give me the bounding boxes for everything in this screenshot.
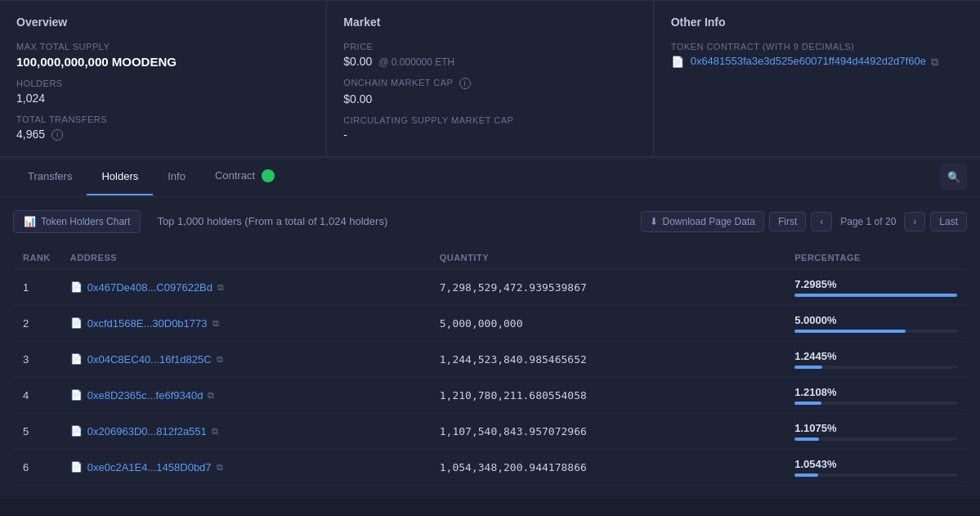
col-address: Address — [60, 246, 430, 270]
chart-button[interactable]: 📊 Token Holders Chart — [13, 210, 141, 233]
onchain-cap-label: ONCHAIN MARKET CAP i — [343, 78, 636, 89]
address-cell: 📄 0x467De408...C097622Bd ⧉ — [60, 269, 430, 305]
doc-icon: 📄 — [70, 281, 83, 293]
table-toolbar: 📊 Token Holders Chart Top 1,000 holders … — [13, 210, 967, 233]
market-card: Market PRICE $0.00 @ 0.000000 ETH ONCHAI… — [326, 0, 653, 157]
last-page-button[interactable]: Last — [930, 212, 967, 231]
col-rank: Rank — [13, 246, 60, 270]
onchain-cap-info-icon[interactable]: i — [459, 78, 471, 89]
address-link[interactable]: 0xcfd1568E...30D0b1773 — [87, 317, 208, 330]
quantity-cell: 1,244,523,840.985465652 — [430, 341, 785, 377]
percentage-cell: 1.1075% — [785, 413, 967, 449]
rank-cell: 5 — [13, 413, 60, 449]
price-label: PRICE — [343, 42, 636, 52]
download-page-data-button[interactable]: ⬇ Download Page Data — [641, 211, 764, 232]
circ-cap-label: CIRCULATING SUPPLY MARKET CAP — [343, 115, 636, 125]
address-link[interactable]: 0x04C8EC40...16f1d825C — [87, 353, 212, 366]
address-link[interactable]: 0xe0c2A1E4...1458D0bd7 — [87, 461, 212, 473]
contract-label: TOKEN CONTRACT (WITH 9 DECIMALS) — [671, 42, 964, 52]
contract-address-row: 📄 0x6481553fa3e3d525e60071ff494d4492d2d7… — [671, 55, 964, 67]
copy-icon[interactable]: ⧉ — [213, 318, 219, 329]
percentage-cell: 1.0543% — [785, 449, 967, 485]
address-link[interactable]: 0x467De408...C097622Bd — [87, 281, 213, 294]
percentage-cell: 1.2445% — [785, 341, 967, 377]
percentage-cell: 7.2985% — [785, 269, 967, 305]
tab-contract[interactable]: Contract — [200, 158, 289, 196]
percentage-cell: 5.0000% — [785, 305, 967, 341]
address-cell: 📄 0xe0c2A1E4...1458D0bd7 ⧉ — [60, 449, 430, 485]
percentage-bar-wrap — [794, 402, 957, 405]
percentage-bar-wrap — [794, 330, 957, 333]
quantity-cell: 1,107,540,843.957072966 — [430, 413, 785, 449]
percentage-bar — [794, 366, 822, 369]
table-row: 6 📄 0xe0c2A1E4...1458D0bd7 ⧉ 1,054,348,2… — [13, 449, 967, 485]
doc-icon: 📄 — [70, 353, 83, 365]
doc-icon: 📄 — [70, 461, 83, 473]
holders-value: 1,024 — [16, 92, 309, 105]
transfers-value: 4,965 i — [16, 128, 309, 141]
rank-cell: 2 — [13, 305, 60, 341]
copy-icon[interactable]: ⧉ — [217, 282, 224, 293]
percentage-bar — [794, 473, 818, 477]
tab-holders[interactable]: Holders — [87, 159, 153, 195]
address-cell: 📄 0x206963D0...812f2a551 ⧉ — [60, 413, 430, 449]
transfers-info-icon[interactable]: i — [51, 129, 63, 141]
contract-address-link[interactable]: 0x6481553fa3e3d525e60071ff494d4492d2d7f6… — [691, 55, 926, 67]
rank-cell: 6 — [13, 449, 60, 485]
copy-icon[interactable]: ⧉ — [212, 426, 218, 437]
contract-copy-icon[interactable]: ⧉ — [931, 56, 942, 67]
doc-icon: 📄 — [70, 317, 83, 329]
doc-icon: 📄 — [70, 425, 83, 437]
rank-cell: 1 — [13, 269, 60, 305]
supply-label: MAX TOTAL SUPPLY — [16, 42, 309, 52]
address-cell: 📄 0x04C8EC40...16f1d825C ⧉ — [60, 341, 430, 377]
contract-verified-check — [262, 169, 275, 182]
copy-icon[interactable]: ⧉ — [217, 462, 223, 473]
address-link[interactable]: 0xe8D2365c...fe6f9340d — [87, 389, 204, 402]
rank-cell: 4 — [13, 377, 60, 413]
percentage-bar — [794, 294, 957, 297]
other-info-title: Other Info — [671, 16, 964, 29]
copy-icon[interactable]: ⧉ — [217, 354, 223, 365]
next-page-button[interactable]: › — [904, 212, 925, 231]
download-icon: ⬇ — [650, 216, 658, 227]
percentage-bar-wrap — [794, 473, 957, 477]
transfers-label: TOTAL TRANSFERS — [16, 114, 309, 124]
contract-doc-icon: 📄 — [671, 56, 682, 67]
page-info-text: Page 1 of 20 — [837, 216, 899, 227]
onchain-cap-value: $0.00 — [343, 92, 636, 105]
quantity-cell: 5,000,000,000 — [430, 305, 785, 341]
table-row: 3 📄 0x04C8EC40...16f1d825C ⧉ 1,244,523,8… — [13, 341, 967, 377]
price-eth: @ 0.000000 ETH — [378, 56, 454, 68]
table-area: 📊 Token Holders Chart Top 1,000 holders … — [0, 197, 980, 499]
table-row: 5 📄 0x206963D0...812f2a551 ⧉ 1,107,540,8… — [13, 413, 967, 449]
supply-value: 100,000,000,000 MOODENG — [16, 55, 309, 69]
copy-icon[interactable]: ⧉ — [208, 390, 214, 401]
col-quantity: Quantity — [430, 246, 785, 270]
search-button[interactable]: 🔍 — [941, 164, 967, 190]
table-row: 4 📄 0xe8D2365c...fe6f9340d ⧉ 1,210,780,2… — [13, 377, 967, 413]
table-row: 2 📄 0xcfd1568E...30D0b1773 ⧉ 5,000,000,0… — [13, 305, 967, 341]
quantity-cell: 1,054,348,200.944178866 — [430, 449, 785, 485]
percentage-bar — [794, 437, 819, 441]
first-page-button[interactable]: First — [769, 212, 806, 231]
market-title: Market — [343, 16, 636, 29]
tab-transfers[interactable]: Transfers — [13, 159, 87, 195]
address-cell: 📄 0xe8D2365c...fe6f9340d ⧉ — [60, 377, 430, 413]
circ-cap-value: - — [343, 128, 636, 141]
tabs-bar: Transfers Holders Info Contract 🔍 — [0, 158, 980, 197]
other-info-card: Other Info TOKEN CONTRACT (WITH 9 DECIMA… — [654, 0, 980, 157]
tab-info[interactable]: Info — [153, 159, 200, 195]
overview-card: Overview MAX TOTAL SUPPLY 100,000,000,00… — [0, 0, 326, 157]
search-icon: 🔍 — [947, 171, 960, 183]
overview-title: Overview — [16, 16, 309, 29]
quantity-cell: 1,210,780,211.680554058 — [430, 377, 785, 413]
table-row: 1 📄 0x467De408...C097622Bd ⧉ 7,298,529,4… — [13, 269, 967, 305]
prev-page-button[interactable]: ‹ — [811, 212, 832, 231]
percentage-cell: 1.2108% — [785, 377, 967, 413]
quantity-cell: 7,298,529,472.939539867 — [430, 269, 785, 305]
holders-info-text: Top 1,000 holders (From a total of 1,024… — [157, 215, 387, 227]
rank-cell: 3 — [13, 341, 60, 377]
address-link[interactable]: 0x206963D0...812f2a551 — [87, 425, 207, 437]
percentage-bar-wrap — [794, 294, 957, 297]
